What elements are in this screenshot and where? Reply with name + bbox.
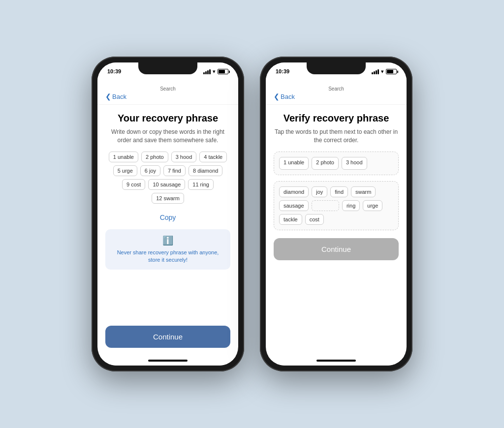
pool-word-ring[interactable]: ring (342, 200, 360, 211)
phone2-battery-fill (387, 70, 393, 73)
pool-word-cost[interactable]: cost (305, 214, 324, 225)
notch (138, 62, 197, 74)
phone1-back-label: Back (112, 93, 126, 100)
phone2-wifi-icon: ▾ (381, 68, 384, 75)
phone-verify-phrase: 10:39 ▾ Search ❮ (260, 57, 412, 371)
phone1-content: Your recovery phrase Write down or copy … (97, 105, 238, 356)
phone2-chevron-left-icon: ❮ (274, 92, 280, 100)
wifi-icon: ▾ (213, 68, 216, 75)
word-chip-1[interactable]: 1 unable (109, 152, 138, 162)
word-chip-6[interactable]: 6 joy (140, 165, 160, 176)
pool-word-urge[interactable]: urge (363, 200, 382, 211)
home-bar (148, 360, 188, 362)
pool-word-empty: ___ (312, 200, 339, 211)
phones-container: 10:39 ▾ Search ❮ (82, 47, 422, 381)
phone2-search-label: Search (274, 86, 399, 92)
signal-bars-icon (203, 69, 211, 74)
phone-recovery-phrase: 10:39 ▾ Search ❮ (92, 57, 244, 371)
word-chip-11[interactable]: 11 ring (188, 179, 214, 190)
word-chip-2[interactable]: 2 photo (141, 152, 168, 162)
phone2-notch-area: 10:39 ▾ (266, 62, 407, 84)
phone2-back-button[interactable]: ❮ Back (274, 92, 399, 100)
phone1-status-right: ▾ (203, 65, 228, 75)
word-chip-9[interactable]: 9 cost (122, 179, 145, 190)
phone1-time: 10:39 (107, 65, 121, 74)
phone2-subtitle: Tap the words to put them next to each o… (274, 128, 399, 145)
word-chip-7[interactable]: 7 find (163, 165, 186, 176)
warning-text: Never share recovery phrase with anyone,… (111, 249, 224, 264)
phone2-time: 10:39 (276, 65, 289, 74)
phone1-screen: 10:39 ▾ Search ❮ (97, 62, 238, 366)
word-chip-10[interactable]: 10 sausage (148, 179, 185, 190)
pool-word-diamond[interactable]: diamond (279, 186, 309, 197)
word-chip-5[interactable]: 5 urge (113, 165, 137, 176)
pool-word-joy[interactable]: joy (312, 186, 327, 197)
chevron-left-icon: ❮ (105, 92, 111, 100)
word-chip-3[interactable]: 3 hood (171, 152, 197, 162)
phone1-search-label: Search (105, 86, 230, 92)
phone1-title: Your recovery phrase (105, 113, 230, 124)
phone2-notch (307, 62, 366, 74)
phone1-notch-area: 10:39 ▾ (97, 62, 238, 84)
verify-selected-area: 1 unable 2 photo 3 hood (274, 152, 399, 175)
phone2-screen: 10:39 ▾ Search ❮ (266, 62, 407, 366)
battery-fill (219, 70, 225, 73)
warning-icon: ℹ️ (162, 235, 173, 246)
phone1-home-indicator (97, 356, 238, 366)
phone1-nav-bar: Search ❮ Back (97, 84, 238, 105)
pool-word-find[interactable]: find (330, 186, 348, 197)
phone2-home-bar (316, 360, 356, 362)
phone2-nav-bar: Search ❮ Back (266, 84, 407, 105)
battery-icon (218, 69, 228, 74)
selected-word-2[interactable]: 2 photo (312, 157, 339, 170)
word-chip-12[interactable]: 12 swarm (152, 193, 184, 204)
phone2-back-label: Back (281, 93, 295, 100)
phone2-home-indicator (266, 356, 407, 366)
phone1-word-grid: 1 unable 2 photo 3 hood 4 tackle 5 urge … (105, 152, 230, 204)
verify-pool-area: diamond joy find swarm sausage ___ ring … (274, 181, 399, 230)
word-chip-8[interactable]: 8 diamond (189, 165, 222, 176)
phone2-title: Verify recovery phrase (274, 113, 399, 124)
warning-box: ℹ️ Never share recovery phrase with anyo… (105, 229, 230, 270)
phone2-battery-icon (386, 69, 397, 74)
pool-word-sausage[interactable]: sausage (279, 200, 309, 211)
phone2-continue-button[interactable]: Continue (274, 238, 399, 260)
selected-word-1[interactable]: 1 unable (279, 157, 309, 170)
phone1-subtitle: Write down or copy these words in the ri… (105, 128, 230, 145)
phone1-continue-button[interactable]: Continue (105, 326, 230, 348)
phone2-status-right: ▾ (372, 65, 397, 75)
phone1-back-button[interactable]: ❮ Back (105, 92, 230, 100)
copy-button[interactable]: Copy (105, 214, 230, 221)
word-chip-4[interactable]: 4 tackle (199, 152, 227, 162)
phone2-content: Verify recovery phrase Tap the words to … (266, 105, 407, 356)
selected-word-3[interactable]: 3 hood (342, 157, 367, 170)
phone2-signal-bars-icon (372, 69, 379, 74)
pool-word-swarm[interactable]: swarm (351, 186, 376, 197)
pool-word-tackle[interactable]: tackle (279, 214, 302, 225)
